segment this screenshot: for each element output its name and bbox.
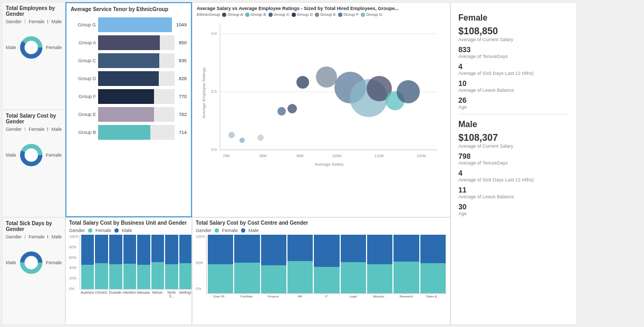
bar-row-groupa: Group A 850	[71, 35, 187, 50]
avg-service-tenor-panel: Average Service Tenor by EthnicGroup Gro…	[65, 2, 192, 217]
bu-bar-5-female	[151, 262, 165, 290]
cc-bar-5	[341, 235, 366, 293]
female-donut-label: Female	[46, 45, 62, 50]
bu-bar-1	[95, 235, 108, 289]
bar-track-groupf	[98, 89, 175, 104]
bar-value-groupd: 828	[179, 76, 187, 81]
bar-track-groupd	[98, 71, 175, 86]
cc-y-0: 0%	[196, 287, 205, 291]
bu-bar-0	[81, 235, 94, 289]
cc-x-8: Sales &...	[420, 295, 446, 298]
x-axis-label: Average Salary	[315, 162, 344, 167]
female-label: Female	[28, 19, 44, 24]
bar-label-groupd: Group D	[71, 76, 96, 81]
total-employees-legend: Gender Female Male	[6, 19, 62, 24]
x-tick-80k: 80K	[259, 153, 267, 158]
cc-x-6: Manufa...	[367, 295, 392, 298]
scatter-svg-container: Average Employee Ratings 4.0 3.5 3.0 70K…	[197, 19, 446, 167]
bar-label-groupa: Group A	[71, 40, 96, 45]
total-salary-title: Total Salary Cost by Gender	[6, 113, 62, 124]
total-sick-days-panel: Total Sick Days by Gender Gender Female …	[2, 217, 65, 325]
bu-bar-6-male	[165, 235, 178, 264]
bu-male-dot	[114, 228, 119, 233]
y-0: 0%	[69, 287, 79, 291]
bu-legend-label: Gender	[69, 228, 85, 233]
bar-label-groupb: Group B	[71, 130, 96, 135]
bar-fill-groupf	[98, 89, 154, 104]
salary-male-label: Male	[51, 127, 62, 132]
groupb-text: Group B	[251, 12, 266, 17]
bu-x-4: Manukau	[137, 291, 150, 298]
sick-male-label: Male	[51, 234, 62, 239]
male-leave-label: Average of Leave Balance	[458, 194, 569, 199]
groupf-text: Group F	[343, 12, 359, 17]
salary-cc-legend: Gender Female Male	[196, 228, 447, 233]
cc-male-dot	[241, 228, 245, 233]
bar-track-groupb	[98, 125, 175, 140]
donut-svg-3	[18, 242, 44, 284]
female-salary-value: $108,850	[458, 26, 569, 37]
bu-bar-6	[165, 235, 178, 289]
female-sick-value: 4	[458, 62, 569, 71]
scatter-svg: Average Employee Ratings 4.0 3.5 3.0 70K…	[197, 19, 446, 167]
bar-label-groupf: Group F	[71, 94, 96, 99]
bu-chart-area: 0% 20% 40% 60% 80% 100%	[69, 235, 188, 298]
bu-bar-6-female	[165, 264, 178, 289]
sick-male-dot	[47, 235, 48, 239]
bu-bars-wrapper: Auckland Christch... Dunedin Hamilton Ma…	[80, 235, 192, 298]
bu-x-0: Auckland	[81, 291, 94, 298]
salary-female-donut-label: Female	[46, 152, 62, 158]
donut-chart-2: Male Female	[6, 134, 62, 176]
bu-x-3: Hamilton	[123, 291, 136, 298]
sick-legend-label: Gender	[6, 234, 22, 239]
bubble-6	[296, 76, 309, 89]
cc-bar-7	[393, 235, 419, 293]
cc-bar-4-female	[314, 267, 339, 293]
bu-bar-2-female	[109, 264, 122, 289]
cc-male-label: Male	[248, 228, 259, 233]
groupa-text: Group A	[227, 12, 243, 17]
bar-label-groupg: Group G	[71, 22, 96, 27]
bu-bar-4	[137, 235, 150, 289]
cc-bar-5-male	[341, 235, 366, 262]
groupf-dot	[338, 13, 342, 17]
male-age-value: 30	[458, 203, 569, 211]
kpi-divider	[458, 114, 569, 114]
male-leave-value: 11	[458, 186, 569, 194]
bu-bar-1-male	[95, 235, 108, 263]
scatter-legend-groupb: Group B	[245, 12, 266, 17]
y-axis-label: Average Employee Ratings	[201, 68, 206, 119]
bu-bar-7-female	[179, 263, 192, 289]
bubble-5	[287, 104, 297, 113]
bu-x-1: Christch...	[95, 291, 108, 298]
bar-value-groupf: 770	[179, 94, 187, 99]
cc-bar-4	[314, 235, 339, 293]
bu-bar-0-male	[81, 235, 94, 265]
cc-x-0: Exec M...	[207, 295, 233, 298]
y-tick-35: 3.5	[211, 89, 217, 94]
female-tenure-label: Average of TenureDays	[458, 54, 569, 59]
x-tick-100k: 100K	[332, 153, 342, 158]
male-section-title: Male	[458, 120, 569, 129]
cc-bar-7-female	[393, 262, 419, 293]
salary-male-donut-label: Male	[6, 152, 16, 158]
x-tick-70k: 70K	[223, 153, 230, 158]
bu-female-label: Female	[95, 228, 111, 233]
cc-bar-1-female	[234, 263, 259, 293]
bar-fill-groupa	[98, 35, 160, 50]
donut-chart-3: Male Female	[6, 242, 62, 284]
bu-bar-5	[151, 235, 165, 289]
svg-point-5	[25, 149, 37, 161]
bu-bar-3	[123, 235, 137, 289]
salary-cc-title: Total Salary Cost by Cost Centre and Gen…	[196, 220, 447, 226]
groupd-dot	[292, 13, 296, 17]
cc-y-50: 50%	[196, 261, 205, 265]
cc-bar-3-female	[287, 261, 313, 293]
bu-bar-2	[109, 235, 122, 289]
cc-bar-7-male	[393, 235, 419, 262]
x-tick-90k: 90K	[296, 153, 304, 158]
scatter-legend-groupg: Group G	[361, 12, 382, 17]
y-100: 100%	[69, 235, 79, 238]
male-dot	[47, 20, 48, 24]
y-60: 60%	[69, 256, 79, 259]
